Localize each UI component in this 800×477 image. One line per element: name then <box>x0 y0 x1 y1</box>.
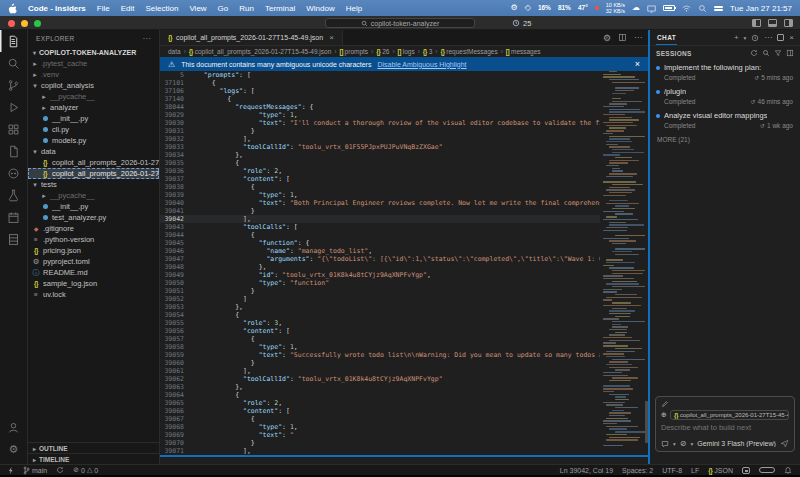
model-picker[interactable]: Gemini 3 Flash (Preview) ▾ <box>697 440 776 447</box>
display-icon[interactable] <box>647 4 656 13</box>
chevron-down-icon[interactable]: ▾ <box>744 35 747 41</box>
tree-item[interactable]: ◆.gitignore <box>28 223 159 234</box>
code-line[interactable]: 39055 "role": 3, <box>160 319 600 327</box>
toggle-secondary-sidebar-icon[interactable] <box>784 19 793 27</box>
code-line[interactable]: 39069 "text": " <box>160 431 600 439</box>
cursor-position[interactable]: Ln 39042, Col 19 <box>560 467 613 474</box>
code-line[interactable]: 39043 "toolCalls": [ <box>160 223 600 231</box>
close-banner-icon[interactable]: × <box>635 59 640 69</box>
code-line[interactable]: 39040 "text": "Both Principal Engineer r… <box>160 199 600 207</box>
chat-tab[interactable]: CHAT <box>656 31 677 45</box>
code-line[interactable]: 39051 } <box>160 287 600 295</box>
code-line[interactable]: 39061 ], <box>160 367 600 375</box>
copilot-status-icon[interactable] <box>742 467 750 474</box>
tree-item[interactable]: {}copilot_all_prompts_2026-01-27T15-45- <box>28 168 159 179</box>
language-mode[interactable]: {} JSON <box>708 467 733 474</box>
breadcrumb-item[interactable]: data <box>168 48 181 55</box>
code-line[interactable]: 39060 } <box>160 359 600 367</box>
toggle-panel-icon[interactable] <box>768 19 777 27</box>
session-item[interactable]: Implement the following plan: Completed↺… <box>650 60 800 84</box>
chat-history-icon[interactable] <box>751 34 759 42</box>
tree-item[interactable]: ≡uv.lock <box>28 289 159 300</box>
code-line[interactable]: 39071 ], <box>160 447 600 455</box>
menu-selection[interactable]: Selection <box>145 4 178 13</box>
code-line[interactable]: 39038 { <box>160 183 600 191</box>
session-item[interactable]: /plugin Completed↺46 mins ago <box>650 84 800 108</box>
search-icon[interactable] <box>762 49 770 57</box>
breadcrumb[interactable]: data›{} copilot_all_prompts_2026-01-27T1… <box>160 46 648 57</box>
filter-icon[interactable] <box>774 49 782 57</box>
tree-item[interactable]: ▸.pytest_cache <box>28 58 159 69</box>
tree-item[interactable]: test_analyzer.py <box>28 212 159 223</box>
code-line[interactable]: 39063 }, <box>160 383 600 391</box>
menu-extra-icon[interactable]: ◇ <box>525 4 531 12</box>
code-line[interactable]: 39031 } <box>160 127 600 135</box>
tree-item[interactable]: ▾data <box>28 146 159 157</box>
maximize-panel-icon[interactable] <box>777 34 784 41</box>
activity-item-document[interactable] <box>0 140 27 162</box>
breadcrumb-item[interactable]: {} copilot_all_prompts_2026-01-27T15-45-… <box>189 48 331 55</box>
menu-view[interactable]: View <box>189 4 206 13</box>
disable-ambiguous-highlight-link[interactable]: Disable Ambiguous Highlight <box>377 61 466 68</box>
add-context-icon[interactable]: ⊕ <box>661 411 667 419</box>
problems-status[interactable]: ⊘ 0 △ 0 <box>73 466 98 474</box>
code-line[interactable]: 39037 "content": [ <box>160 175 600 183</box>
activity-item-extensions[interactable] <box>0 118 27 140</box>
code-line[interactable]: 39054 { <box>160 311 600 319</box>
code-line[interactable]: 39070 } <box>160 439 600 447</box>
menu-edit[interactable]: Edit <box>121 4 135 13</box>
code-line[interactable]: 39058 "type": 1, <box>160 343 600 351</box>
keyboard-settings-icon[interactable]: ⚙ <box>511 4 518 12</box>
explorer-more-actions-icon[interactable]: ⋯ <box>143 34 151 43</box>
chevron-down-icon[interactable]: ▾ <box>673 441 676 447</box>
tree-item[interactable]: ▸__pycache__ <box>28 91 159 102</box>
battery-icon[interactable] <box>663 5 675 11</box>
tree-item[interactable]: cli.py <box>28 124 159 135</box>
chat-input-box[interactable]: ⊕ {} copilot_all_prompts_2026-01-27T15-4… <box>655 396 795 452</box>
activity-item-panel[interactable] <box>0 228 27 250</box>
tree-item[interactable]: {}pricing.json <box>28 245 159 256</box>
new-chat-icon[interactable]: + <box>734 33 739 42</box>
view-layout-icon[interactable] <box>786 49 794 57</box>
breadcrumb-item[interactable]: [] messages <box>506 48 541 55</box>
code-line[interactable]: 39048 }, <box>160 263 600 271</box>
network-speed-stat[interactable]: 10 KB/s32 KB/s <box>606 2 625 14</box>
code-line[interactable]: 39036 "role": 2, <box>160 167 600 175</box>
code-line[interactable]: 39035 { <box>160 159 600 167</box>
code-line[interactable]: 39050 "type": "function" <box>160 279 600 287</box>
sync-status[interactable] <box>56 466 64 474</box>
chat-mode-icon[interactable] <box>661 440 669 448</box>
eol-status[interactable]: LF <box>691 467 699 474</box>
menubar-clock[interactable]: Tue Jan 27 21:57 <box>730 4 792 13</box>
code-line[interactable]: 39052 ] <box>160 295 600 303</box>
code-line[interactable]: 39064 { <box>160 391 600 399</box>
outline-section[interactable]: ▸ OUTLINE <box>28 442 159 453</box>
sessions-more-link[interactable]: MORE (21) <box>650 132 800 143</box>
code-line[interactable]: 39067 { <box>160 415 600 423</box>
tree-item[interactable]: ▾tests <box>28 179 159 190</box>
breadcrumb-item[interactable]: {} 26 <box>376 48 389 55</box>
tree-item[interactable]: ▾copilot_analysis <box>28 80 159 91</box>
breadcrumb-item[interactable]: [] prompts <box>339 48 368 55</box>
tree-item[interactable]: __init__.py <box>28 201 159 212</box>
menu-terminal[interactable]: Terminal <box>265 4 295 13</box>
send-icon[interactable] <box>780 439 789 448</box>
menu-file[interactable]: File <box>97 4 110 13</box>
tree-item[interactable]: ▸analyzer <box>28 102 159 113</box>
code-line[interactable]: 37140 { <box>160 95 600 103</box>
tree-item[interactable]: {}copilot_all_prompts_2026-01-27T11-17- <box>28 157 159 168</box>
control-center-icon[interactable] <box>714 5 723 12</box>
tree-item[interactable]: ⚙pyproject.toml <box>28 256 159 267</box>
zoom-window-button[interactable] <box>34 20 41 27</box>
code-line[interactable]: 39041 } <box>160 207 600 215</box>
wifi-icon[interactable] <box>682 4 691 13</box>
menu-help[interactable]: Help <box>346 4 362 13</box>
split-editor-icon[interactable] <box>618 33 627 42</box>
close-panel-icon[interactable]: × <box>789 33 794 42</box>
close-window-button[interactable] <box>8 20 15 27</box>
code-line[interactable]: 39059 "text": "Successfully wrote todo l… <box>160 351 600 359</box>
code-line[interactable]: 39044 { <box>160 231 600 239</box>
manage-button[interactable]: ⚙ <box>0 438 27 460</box>
close-tab-icon[interactable]: × <box>329 33 334 42</box>
menu-go[interactable]: Go <box>218 4 229 13</box>
